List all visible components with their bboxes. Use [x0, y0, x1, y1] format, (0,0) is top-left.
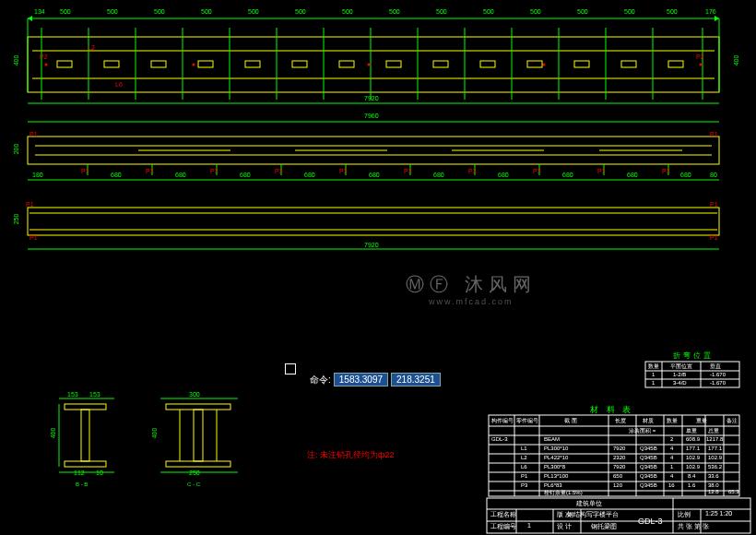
tb-descr: 钢托梁图 [591, 522, 617, 531]
r2c1: L2 [521, 455, 527, 460]
svg-rect-36 [386, 61, 401, 67]
dim-top-left: 134 [34, 8, 45, 15]
r5c7: 38.0 [708, 482, 719, 488]
svg-rect-68 [81, 410, 89, 461]
svg-rect-40 [574, 61, 589, 67]
dim-bay-13: 500 [667, 8, 678, 15]
br00: 1 [652, 372, 655, 377]
r2c3: 2320 [613, 455, 625, 460]
dim-bb-h: 400 [50, 428, 56, 439]
r0c2: BEAM [544, 436, 560, 442]
r5c1: P3 [521, 482, 527, 488]
r3c2: PL300*8 [544, 464, 565, 470]
mk-l2-1: L2 [88, 44, 95, 51]
dim-mid-overall: 7960 [364, 113, 379, 119]
svg-rect-74 [194, 410, 203, 461]
svg-rect-32 [198, 61, 213, 67]
dim-mid-right: 80 [710, 172, 717, 178]
r6c2: 栓钉余量(1.5%) [544, 489, 583, 497]
r3c4: Q345B [640, 464, 657, 470]
r3c7: 536.2 [708, 464, 722, 470]
mk-p2-1: P2 [40, 54, 48, 60]
svg-rect-0 [28, 37, 719, 92]
tb-rev: 版 次 [557, 510, 572, 519]
mk-p1-b2: P1 [30, 234, 38, 241]
dim-bot-h: 250 [13, 214, 19, 225]
r1c4: Q345B [640, 446, 657, 451]
msub0: 单重 [686, 427, 697, 435]
dim-span-9: 680 [680, 172, 691, 178]
svg-rect-72 [166, 404, 230, 410]
dim-bay-10: 500 [530, 8, 541, 15]
dim-bay-4: 500 [248, 8, 259, 15]
mh7: 备注 [726, 417, 738, 425]
r1c2: PL300*10 [544, 446, 568, 451]
dim-span-7: 680 [562, 172, 573, 178]
mk-p1-b0: P1 [26, 201, 34, 208]
cmd-label: 命令: [310, 374, 331, 386]
svg-marker-23 [715, 16, 719, 21]
dim-span-0: 680 [111, 172, 122, 178]
svg-marker-22 [28, 16, 32, 21]
mh5: 数量 [667, 417, 678, 425]
tb-proj-l: 工程编号 [490, 522, 516, 531]
dim-overall-1: 7920 [364, 95, 379, 101]
coord-x[interactable]: 1583.3097 [334, 373, 388, 386]
r1c5: 4 [670, 446, 673, 451]
mh0: 构件编号 [491, 417, 514, 425]
dim-bay-9: 500 [483, 8, 494, 15]
dim-top-h: 400 [13, 55, 19, 66]
dim-top-h-r: 400 [733, 55, 739, 66]
br02: -1.670 [710, 372, 726, 377]
svg-rect-37 [433, 61, 448, 67]
svg-point-25 [193, 64, 195, 66]
dim-bay-7: 500 [389, 8, 400, 15]
command-bar: 命令: 1583.3097 218.3251 [310, 373, 441, 386]
dim-cc-w: 300 [189, 391, 200, 398]
bh0: 数量 [648, 363, 659, 371]
r2c7: 102.9 [708, 455, 722, 460]
r2c2: PL422*10 [544, 455, 568, 460]
mh6: 重量 [696, 417, 707, 425]
dim-bb-w2: 153 [89, 391, 100, 398]
dim-top-right: 176 [705, 8, 716, 15]
dim-span-5: 680 [433, 172, 444, 178]
mk-p3-8: P3 [533, 168, 541, 174]
r5c6: 1.6 [688, 482, 695, 488]
r1c1: L1 [521, 446, 527, 451]
br12: -1.670 [710, 380, 726, 386]
svg-rect-29 [57, 61, 72, 67]
dim-bay-8: 500 [436, 8, 447, 15]
tb-scale-l: 比例 [678, 510, 691, 519]
r0c6: 608.9 [686, 436, 700, 442]
r4c7: 33.6 [708, 473, 719, 479]
coord-y[interactable]: 218.3251 [391, 373, 441, 386]
mk-p3-9: P3 [597, 168, 606, 174]
mk-l6: L6 [115, 81, 123, 88]
mk-p1-m1: P1 [30, 131, 38, 137]
svg-rect-31 [151, 61, 166, 67]
svg-rect-34 [292, 61, 307, 67]
tb-scale-v: 1:25 1:20 [705, 510, 732, 517]
mk-p3-6: P3 [404, 168, 412, 174]
svg-point-28 [700, 64, 703, 66]
mh3: 长度 [615, 417, 626, 425]
tb-drawer: 设 计 [557, 522, 572, 531]
dim-bay-12: 500 [624, 8, 635, 15]
bh1: 平面位置 [670, 363, 692, 371]
dim-bot-overall: 7920 [364, 242, 379, 248]
dim-bb-wb: 112 [74, 470, 85, 476]
mk-p3-4: P3 [275, 168, 283, 174]
sec-cc-name: C - C [187, 482, 200, 487]
svg-rect-67 [65, 461, 106, 467]
r3c5: 1 [670, 464, 673, 470]
dim-mid-h: 200 [13, 144, 19, 155]
mh4: 材质 [643, 417, 654, 425]
dim-span-3: 680 [304, 172, 315, 178]
svg-rect-33 [245, 61, 260, 67]
dim-span-8: 680 [627, 172, 638, 178]
br11: 3-4/D [673, 380, 687, 386]
watermark: ⓂⒻ 沐风网 www.mfcad.com [406, 272, 537, 306]
svg-rect-66 [65, 404, 106, 410]
mk-p1-b3: P1 [710, 234, 718, 241]
